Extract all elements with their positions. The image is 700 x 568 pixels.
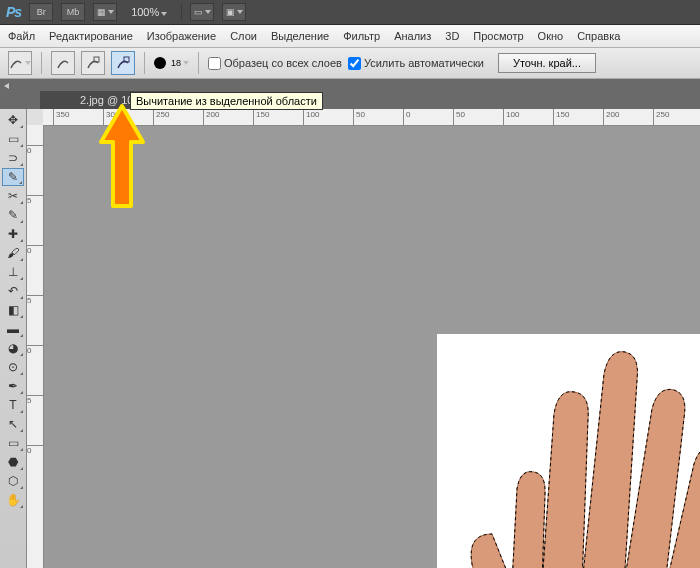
marquee-tool[interactable]: ▭: [2, 130, 24, 148]
menu-select[interactable]: Выделение: [271, 30, 329, 42]
view-extras-button[interactable]: ▦: [93, 3, 117, 21]
image-canvas[interactable]: [437, 334, 700, 568]
brush-tool[interactable]: 🖌: [2, 244, 24, 262]
brush-size-value: 18: [171, 58, 181, 68]
ps-logo: Ps: [6, 4, 21, 20]
pen-tool[interactable]: ✒: [2, 377, 24, 395]
menu-view[interactable]: Просмотр: [473, 30, 523, 42]
menu-image[interactable]: Изображение: [147, 30, 216, 42]
eraser-tool[interactable]: ◧: [2, 301, 24, 319]
3d-tool[interactable]: ⬣: [2, 453, 24, 471]
path-tool[interactable]: ↖: [2, 415, 24, 433]
menu-filter[interactable]: Фильтр: [343, 30, 380, 42]
3d-camera-tool[interactable]: ⬡: [2, 472, 24, 490]
history-brush-tool[interactable]: ↶: [2, 282, 24, 300]
toolbox: ✥ ▭ ⊃ ✎ ✂ ✎ ✚ 🖌 ⊥ ↶ ◧ ▬ ◕ ⊙ ✒ T ↖ ▭ ⬣ ⬡ …: [0, 109, 27, 568]
tab-scroll-left-icon[interactable]: [4, 83, 9, 89]
options-bar: 18 Образец со всех слоев Усилить автомат…: [0, 48, 700, 79]
annotation-arrow-icon: [97, 102, 147, 212]
minibridge-button[interactable]: Mb: [61, 3, 85, 21]
menu-edit[interactable]: Редактирование: [49, 30, 133, 42]
lasso-tool[interactable]: ⊃: [2, 149, 24, 167]
tool-preset-icon[interactable]: [8, 51, 32, 75]
menu-analysis[interactable]: Анализ: [394, 30, 431, 42]
dodge-tool[interactable]: ⊙: [2, 358, 24, 376]
brush-preset[interactable]: 18: [154, 57, 189, 69]
blur-tool[interactable]: ◕: [2, 339, 24, 357]
new-selection-icon[interactable]: [51, 51, 75, 75]
zoom-level[interactable]: 100%: [125, 6, 173, 18]
tooltip: Вычитание из выделенной области: [130, 92, 323, 110]
shape-tool[interactable]: ▭: [2, 434, 24, 452]
stamp-tool[interactable]: ⊥: [2, 263, 24, 281]
auto-enhance-checkbox[interactable]: Усилить автоматически: [348, 57, 484, 70]
ruler-corner: [27, 109, 44, 126]
brush-dot-icon: [154, 57, 166, 69]
healing-tool[interactable]: ✚: [2, 225, 24, 243]
menu-layer[interactable]: Слои: [230, 30, 257, 42]
eyedropper-tool[interactable]: ✎: [2, 206, 24, 224]
menu-window[interactable]: Окно: [538, 30, 564, 42]
sample-all-layers-checkbox[interactable]: Образец со всех слоев: [208, 57, 342, 70]
menu-3d[interactable]: 3D: [445, 30, 459, 42]
subtract-selection-icon[interactable]: [111, 51, 135, 75]
hand-image: [442, 334, 700, 568]
crop-tool[interactable]: ✂: [2, 187, 24, 205]
bridge-button[interactable]: Br: [29, 3, 53, 21]
gradient-tool[interactable]: ▬: [2, 320, 24, 338]
type-tool[interactable]: T: [2, 396, 24, 414]
app-topbar: Ps Br Mb ▦ 100% ▭ ▣: [0, 0, 700, 25]
menu-help[interactable]: Справка: [577, 30, 620, 42]
hand-tool[interactable]: ✋: [2, 491, 24, 509]
refine-edge-button[interactable]: Уточн. край...: [498, 53, 596, 73]
quick-selection-tool[interactable]: ✎: [2, 168, 24, 186]
menu-file[interactable]: Файл: [8, 30, 35, 42]
arrange-button[interactable]: ▭: [190, 3, 214, 21]
ruler-vertical: 0 5 0 5 0 5 0: [27, 125, 44, 568]
menu-bar: Файл Редактирование Изображение Слои Выд…: [0, 25, 700, 48]
screen-mode-button[interactable]: ▣: [222, 3, 246, 21]
move-tool[interactable]: ✥: [2, 111, 24, 129]
add-selection-icon[interactable]: [81, 51, 105, 75]
